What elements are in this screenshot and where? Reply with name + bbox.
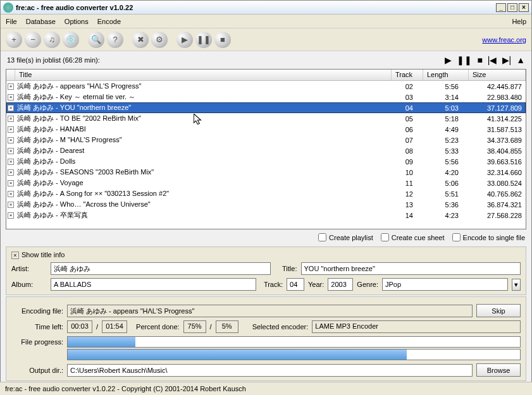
table-row[interactable]: ×浜崎 あゆみ - TO BE "2002 ReBirth Mix"055:18… xyxy=(6,113,526,124)
table-row[interactable]: ×浜崎 あゆみ - Voyage115:0633.080.524 xyxy=(6,178,526,188)
album-field[interactable] xyxy=(51,278,256,291)
stop-button[interactable]: ■ xyxy=(214,32,231,48)
table-row[interactable]: ×浜崎 あゆみ - M "HΛL'S Progress"075:2334.373… xyxy=(6,135,526,145)
table-row[interactable]: ×浜崎 あゆみ - HANABI064:4931.587.513 xyxy=(6,124,526,135)
menu-options[interactable]: Options xyxy=(65,18,89,25)
skip-button[interactable]: Skip xyxy=(476,304,521,317)
menu-encode[interactable]: Encode xyxy=(97,18,121,25)
track-field[interactable] xyxy=(287,278,304,291)
row-title: 浜崎 あゆみ - YOU "northern breeze" xyxy=(15,103,392,112)
remove-file-button[interactable]: −▾ xyxy=(25,32,41,48)
row-checkbox[interactable]: × xyxy=(8,180,14,186)
row-checkbox[interactable]: × xyxy=(8,126,14,133)
row-size: 41.314.225 xyxy=(469,115,526,123)
play-button[interactable]: ▶▾ xyxy=(176,32,193,48)
row-title: 浜崎 あゆみ - HANABI xyxy=(15,125,392,134)
row-size: 33.080.524 xyxy=(469,179,526,187)
track-list-header: Title Track Length Size xyxy=(6,70,526,81)
row-title: 浜崎 あゆみ - M "HΛL'S Progress" xyxy=(15,135,392,145)
row-track: 14 xyxy=(392,212,423,219)
table-row[interactable]: ×浜崎 あゆみ - SEASONS "2003 ReBirth Mix"104:… xyxy=(6,167,526,178)
maximize-button[interactable]: □ xyxy=(507,3,517,12)
header-track[interactable]: Track xyxy=(392,70,423,80)
transport-next-icon[interactable]: ▶| xyxy=(502,55,512,65)
settings-gear-button[interactable]: ⚙ xyxy=(151,32,168,48)
browse-button[interactable]: Browse xyxy=(476,363,521,377)
encode-single-file-checkbox[interactable]: Encode to single file xyxy=(452,233,525,241)
query-button[interactable]: ? xyxy=(107,32,123,48)
percent-file: 75% xyxy=(183,320,206,333)
table-row[interactable]: ×浜崎 あゆみ - Key ～ eternal tie ver. ～033:14… xyxy=(6,92,526,102)
transport-pause-icon[interactable]: ❚❚ xyxy=(457,55,472,65)
row-checkbox[interactable]: × xyxy=(8,137,14,143)
transport-prev-icon[interactable]: |◀ xyxy=(488,55,497,65)
output-dir-field[interactable] xyxy=(67,364,473,377)
create-playlist-checkbox[interactable]: Create playlist xyxy=(318,233,373,241)
row-checkbox[interactable]: × xyxy=(8,116,14,122)
website-link[interactable]: www.freac.org xyxy=(482,36,526,44)
transport-eject-icon[interactable]: ▲ xyxy=(516,55,525,65)
title-info-header: Show title info xyxy=(22,251,65,258)
settings-x-button[interactable]: ✖ xyxy=(132,32,149,48)
selected-encoder-label: Selected encoder: xyxy=(252,323,309,331)
row-checkbox[interactable]: × xyxy=(8,159,14,165)
title-field[interactable] xyxy=(301,262,521,275)
close-button[interactable]: × xyxy=(519,3,529,12)
row-checkbox[interactable]: × xyxy=(8,202,14,208)
minimize-button[interactable]: _ xyxy=(496,3,506,12)
row-title: 浜崎 あゆみ - Who… "Across the Universe" xyxy=(15,200,392,209)
row-length: 5:56 xyxy=(423,158,469,166)
row-title: 浜崎 あゆみ - A Song for ×× "030213 Session #… xyxy=(15,189,392,198)
pause-button[interactable]: ❚❚ xyxy=(195,32,212,48)
row-length: 5:51 xyxy=(423,190,469,198)
table-row[interactable]: ×浜崎 あゆみ - A Song for ×× "030213 Session … xyxy=(6,188,526,199)
row-checkbox[interactable]: × xyxy=(8,83,14,90)
row-length: 5:06 xyxy=(423,179,469,187)
row-size: 42.445.877 xyxy=(469,83,526,90)
header-title[interactable]: Title xyxy=(15,70,392,80)
track-list[interactable]: Title Track Length Size ×浜崎 あゆみ - appear… xyxy=(6,69,526,229)
row-checkbox[interactable]: × xyxy=(8,148,14,154)
create-cuesheet-checkbox[interactable]: Create cue sheet xyxy=(381,233,445,241)
row-checkbox[interactable]: × xyxy=(8,94,14,100)
encoding-file-label: Encoding file: xyxy=(11,307,63,315)
table-row[interactable]: ×浜崎 あゆみ - Dearest085:3338.404.855 xyxy=(6,145,526,156)
menu-database[interactable]: Database xyxy=(26,18,56,25)
row-title: 浜崎 あゆみ - Dearest xyxy=(15,146,392,155)
add-file-button[interactable]: +▾ xyxy=(6,32,22,48)
year-field[interactable] xyxy=(328,278,353,291)
table-row[interactable]: ×浜崎 あゆみ - 卒業写真144:2327.568.228 xyxy=(6,210,526,221)
genre-dropdown-icon[interactable]: ▾ xyxy=(512,279,521,291)
title-info-close[interactable]: × xyxy=(11,252,19,259)
artist-field[interactable] xyxy=(51,262,271,275)
genre-field[interactable] xyxy=(382,278,508,291)
row-title: 浜崎 あゆみ - Key ～ eternal tie ver. ～ xyxy=(15,92,392,102)
search-button[interactable]: 🔍▾ xyxy=(88,32,104,48)
row-checkbox[interactable]: × xyxy=(8,169,14,176)
transport-play-icon[interactable]: ▶ xyxy=(445,55,452,65)
row-track: 04 xyxy=(392,104,423,112)
table-row[interactable]: ×浜崎 あゆみ - YOU "northern breeze"045:0337.… xyxy=(6,102,526,113)
joblist-info-row: 13 file(s) in joblist (66:28 min): ▶ ❚❚ … xyxy=(1,51,531,69)
table-row[interactable]: ×浜崎 あゆみ - appears "HΛL'S Progress"025:56… xyxy=(6,81,526,92)
row-length: 4:23 xyxy=(423,212,469,219)
transport-stop-icon[interactable]: ■ xyxy=(477,55,482,65)
table-row[interactable]: ×浜崎 あゆみ - Dolls095:5639.663.516 xyxy=(6,156,526,167)
cddb-button[interactable]: ♫ xyxy=(44,32,60,48)
row-track: 13 xyxy=(392,201,423,209)
row-length: 5:18 xyxy=(423,115,469,123)
table-row[interactable]: ×浜崎 あゆみ - Who… "Across the Universe"135:… xyxy=(6,199,526,210)
row-size: 39.663.516 xyxy=(469,158,526,166)
row-checkbox[interactable]: × xyxy=(8,212,14,219)
row-length: 4:49 xyxy=(423,126,469,133)
header-check[interactable] xyxy=(6,70,15,80)
row-checkbox[interactable]: × xyxy=(8,105,14,111)
header-length[interactable]: Length xyxy=(423,70,469,80)
menu-file[interactable]: File xyxy=(6,18,17,25)
menu-help[interactable]: Help xyxy=(512,18,526,25)
header-size[interactable]: Size xyxy=(469,70,526,80)
row-checkbox[interactable]: × xyxy=(8,191,14,197)
cd-button[interactable]: 💿 xyxy=(63,32,79,48)
year-label: Year: xyxy=(308,281,324,288)
row-size: 34.373.689 xyxy=(469,137,526,144)
